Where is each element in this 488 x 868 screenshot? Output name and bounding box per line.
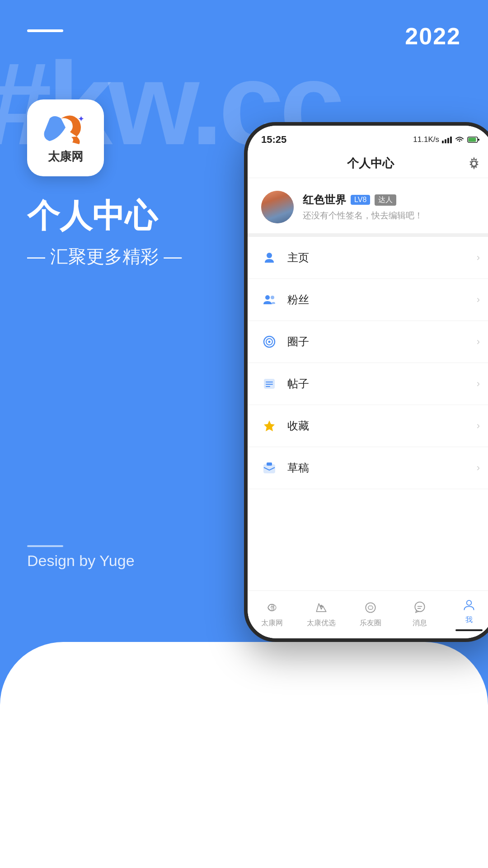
profile-bio: 还没有个性签名，快去编辑吧！: [303, 210, 480, 222]
tab-me-icon: [461, 596, 477, 613]
svg-point-5: [267, 253, 272, 258]
svg-marker-15: [264, 420, 275, 431]
chevron-icon: ›: [477, 252, 480, 264]
svg-text:✦: ✦: [78, 114, 84, 123]
design-dash: [27, 545, 63, 547]
chevron-icon: ›: [477, 462, 480, 474]
profile-info: 红色世界 LV8 达人 还没有个性签名，快去编辑吧！: [303, 193, 480, 222]
svg-rect-17: [267, 462, 272, 466]
tab-deals-icon: [313, 599, 329, 616]
svg-point-7: [271, 296, 274, 299]
logo-text: 太康网: [48, 149, 83, 165]
tab-deals-label: 太康优选: [307, 618, 336, 628]
svg-point-25: [466, 600, 471, 605]
svg-point-10: [268, 341, 271, 343]
tag-badge: 达人: [375, 194, 396, 206]
menu-label-home: 主页: [287, 250, 477, 265]
nav-title: 个人中心: [347, 156, 394, 171]
left-title: 个人中心: [27, 194, 157, 238]
tab-messages-label: 消息: [413, 618, 427, 628]
profile-name-row: 红色世界 LV8 达人: [303, 193, 480, 207]
tab-me[interactable]: 我: [444, 596, 488, 631]
design-credit: Design by Yuge: [27, 552, 135, 570]
chevron-icon: ›: [477, 378, 480, 390]
phone-mockup: 15:25 11.1K/s: [244, 122, 488, 642]
svg-rect-2: [469, 138, 476, 142]
battery-icon: [467, 136, 480, 143]
wifi-icon: [455, 136, 465, 143]
menu-item-circle[interactable]: 圈子 ›: [248, 321, 488, 363]
tab-home-label: 太康网: [261, 618, 283, 628]
phone-screen: 15:25 11.1K/s: [248, 126, 488, 638]
chevron-icon: ›: [477, 336, 480, 348]
chevron-icon: ›: [477, 420, 480, 432]
menu-item-home[interactable]: 主页 ›: [248, 237, 488, 279]
chevron-icon: ›: [477, 294, 480, 306]
tab-circle-icon: [362, 599, 379, 616]
avatar: [261, 191, 294, 223]
svg-point-6: [265, 295, 270, 300]
network-speed: 11.1K/s: [413, 135, 439, 144]
svg-point-20: [320, 605, 323, 607]
tab-me-label: 我: [465, 615, 473, 625]
menu-label-posts: 帖子: [287, 377, 477, 391]
app-logo: ✦ 太康网: [27, 99, 104, 176]
top-nav: 个人中心: [248, 149, 488, 178]
menu-label-fans: 粉丝: [287, 292, 477, 307]
drafts-icon: [261, 460, 277, 476]
menu-item-favorites[interactable]: 收藏 ›: [248, 405, 488, 447]
year-label: 2022: [405, 23, 461, 50]
tab-messages-icon: [412, 599, 428, 616]
menu-item-drafts[interactable]: 草稿 ›: [248, 447, 488, 489]
svg-rect-16: [264, 465, 275, 473]
top-dash: [27, 29, 63, 32]
signal-icon: [442, 136, 452, 143]
left-subtitle: — 汇聚更多精彩 —: [27, 244, 182, 269]
tab-home[interactable]: 太康网: [248, 599, 297, 628]
tab-active-indicator: [455, 629, 483, 631]
status-icons: 11.1K/s: [413, 135, 480, 144]
tab-deals[interactable]: 太康优选: [297, 599, 346, 628]
status-time: 15:25: [261, 134, 286, 146]
menu-label-drafts: 草稿: [287, 461, 477, 475]
menu-label-favorites: 收藏: [287, 419, 477, 433]
menu-item-fans[interactable]: 粉丝 ›: [248, 279, 488, 321]
home-icon: [261, 250, 277, 266]
menu-item-posts[interactable]: 帖子 ›: [248, 363, 488, 405]
favorites-icon: [261, 418, 277, 434]
tab-bar: 太康网 太康优选: [248, 590, 488, 638]
svg-point-21: [366, 603, 375, 612]
svg-rect-3: [478, 139, 479, 141]
menu-list: 主页 › 粉丝 ›: [248, 237, 488, 590]
tab-circle-label: 乐友圈: [360, 618, 381, 628]
bottom-wave: [0, 642, 488, 868]
tab-home-icon: [264, 599, 280, 616]
status-bar: 15:25 11.1K/s: [248, 126, 488, 149]
profile-name: 红色世界: [303, 193, 346, 207]
profile-section: 红色世界 LV8 达人 还没有个性签名，快去编辑吧！: [248, 178, 488, 237]
tab-messages[interactable]: 消息: [395, 599, 444, 628]
posts-icon: [261, 376, 277, 392]
settings-button[interactable]: [466, 156, 482, 171]
circle-icon: [261, 334, 277, 350]
tab-circle[interactable]: 乐友圈: [346, 599, 395, 628]
menu-label-circle: 圈子: [287, 335, 477, 349]
logo-icon: ✦: [41, 112, 90, 148]
fans-icon: [261, 292, 277, 308]
level-badge: LV8: [351, 195, 370, 205]
